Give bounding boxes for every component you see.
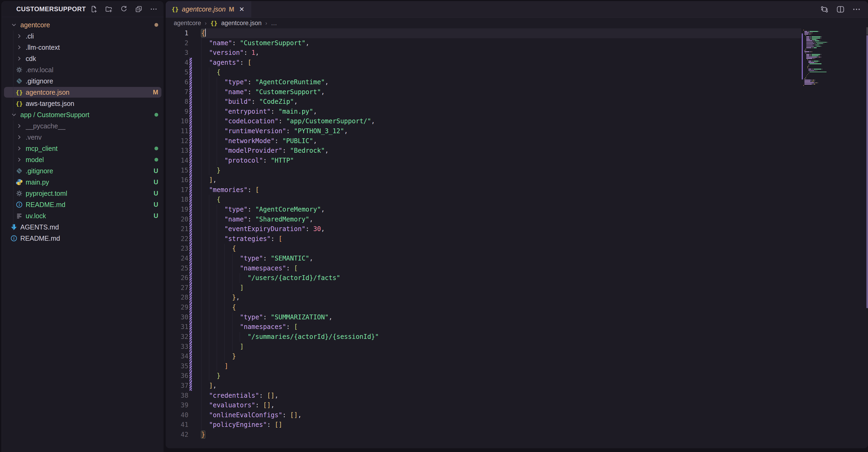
tree-item--gitignore[interactable]: .gitignore (2, 76, 163, 87)
code-line-42[interactable]: 42} (166, 430, 801, 440)
tree-item-uv-lock[interactable]: uv.lockU (2, 210, 163, 222)
new-file-icon[interactable] (89, 4, 98, 13)
chevron-right[interactable] (15, 156, 23, 164)
code-line-39[interactable]: 39"evaluators": [], (166, 400, 801, 410)
chevron-right[interactable] (15, 133, 23, 141)
code-line-40[interactable]: 40"onlineEvalConfigs": [], (166, 410, 801, 420)
token: [] (267, 392, 275, 399)
minimap[interactable] (803, 29, 864, 86)
tab-agentcore-json[interactable]: {} agentcore.json M ✕ (166, 1, 251, 18)
tree-item-readme-md[interactable]: README.md (2, 233, 163, 244)
code-line-17[interactable]: 17"memories": [ (166, 185, 801, 195)
code-line-24[interactable]: 24"type": "SEMANTIC", (166, 254, 801, 263)
tree-item-mcp-client[interactable]: mcp_client (2, 143, 163, 154)
tree-item-agents-md[interactable]: AGENTS.md (2, 222, 163, 233)
tree-item--llm-context[interactable]: .llm-context (2, 42, 163, 53)
code-line-22[interactable]: 22"strategies": [ (166, 234, 801, 244)
code-line-15[interactable]: 15} (166, 166, 801, 175)
tree-item-app-customersupport[interactable]: app / CustomerSupport (2, 109, 163, 120)
tree-item--pycache-[interactable]: __pycache__ (2, 120, 163, 132)
chevron-right[interactable] (15, 122, 23, 130)
code-line-25[interactable]: 25"namespaces": [ (166, 263, 801, 273)
code-line-41[interactable]: 41"policyEngines": [] (166, 420, 801, 430)
overview-ruler[interactable] (866, 27, 868, 448)
more-icon[interactable] (149, 4, 158, 13)
new-folder-icon[interactable] (104, 4, 113, 13)
gutter-modified-indicator (189, 166, 192, 175)
code-line-35[interactable]: 35] (166, 361, 801, 371)
code-line-37[interactable]: 37], (166, 381, 801, 391)
explorer-sidebar: CUSTOMERSUPPORT agentcore.cli.llm-contex… (2, 1, 163, 452)
collapse-all-icon[interactable] (134, 4, 143, 13)
tree-item-main-py[interactable]: main.pyU (2, 176, 163, 188)
more-icon[interactable] (852, 5, 861, 14)
code-line-11[interactable]: 11"runtimeVersion": "PYTHON_3_12", (166, 126, 801, 136)
chevron-right[interactable] (15, 55, 23, 63)
code-line-6[interactable]: 6"type": "AgentCoreRuntime", (166, 77, 801, 87)
open-changes-icon[interactable] (820, 5, 829, 14)
code-line-2[interactable]: 2"name": "CustomerSupport", (166, 38, 801, 48)
code-line-12[interactable]: 12"networkMode": "PUBLIC", (166, 136, 801, 146)
split-editor-icon[interactable] (836, 5, 845, 14)
code-line-32[interactable]: 32"/summaries/{actorId}/{sessionId}" (166, 332, 801, 342)
tree-item--venv[interactable]: .venv (2, 132, 163, 143)
code-line-23[interactable]: 23{ (166, 244, 801, 254)
tree-item--gitignore[interactable]: .gitignoreU (2, 165, 163, 176)
chevron-right[interactable] (15, 43, 23, 51)
scrollbar-thumb[interactable] (866, 27, 868, 35)
code-line-27[interactable]: 27] (166, 283, 801, 293)
chevron-right[interactable] (15, 144, 23, 152)
tree-item-agentcore-json[interactable]: {}agentcore.jsonM (2, 87, 163, 98)
code-line-10[interactable]: 10"codeLocation": "app/CustomerSupport/"… (166, 116, 801, 126)
token: [ (247, 59, 251, 66)
tab-close-icon[interactable]: ✕ (239, 6, 245, 13)
chevron-right[interactable] (15, 32, 23, 40)
code-line-19[interactable]: 19"type": "AgentCoreMemory", (166, 205, 801, 215)
token: : (247, 78, 255, 86)
tree-item-label: .env.local (26, 66, 158, 74)
breadcrumb-item[interactable]: … (271, 20, 277, 27)
code-line-18[interactable]: 18{ (166, 195, 801, 205)
code-line-36[interactable]: 36} (166, 371, 801, 381)
tree-item--cli[interactable]: .cli (2, 30, 163, 42)
token: } (232, 294, 236, 301)
code-line-38[interactable]: 38"credentials": [], (166, 391, 801, 401)
code-line-1[interactable]: 1{ (166, 28, 801, 38)
code-line-31[interactable]: 31"namespaces": [ (166, 322, 801, 332)
token: "SUMMARIZATION" (271, 313, 329, 321)
tree-item-model[interactable]: model (2, 154, 163, 165)
code-line-28[interactable]: 28}, (166, 292, 801, 303)
chevron-down[interactable] (10, 111, 18, 119)
tree-item-aws-targets-json[interactable]: {}aws-targets.json (2, 98, 163, 109)
code-line-33[interactable]: 33] (166, 342, 801, 352)
code-line-34[interactable]: 34} (166, 351, 801, 361)
code-line-29[interactable]: 29{ (166, 303, 801, 312)
line-content: "credentials": [], (201, 391, 278, 401)
code-line-30[interactable]: 30"type": "SUMMARIZATION", (166, 312, 801, 322)
code-line-8[interactable]: 8"build": "CodeZip", (166, 97, 801, 107)
code-line-16[interactable]: 16], (166, 175, 801, 185)
chevron-down[interactable] (10, 21, 18, 29)
tree-item-pyproject-toml[interactable]: pyproject.tomlU (2, 188, 163, 199)
breadcrumb-item[interactable]: agentcore.json (221, 20, 261, 27)
code-line-4[interactable]: 4"agents": [ (166, 58, 801, 68)
code-line-5[interactable]: 5{ (166, 67, 801, 77)
refresh-icon[interactable] (119, 4, 128, 13)
code-line-3[interactable]: 3"version": 1, (166, 48, 801, 58)
line-content: "type": "SEMANTIC", (201, 254, 313, 263)
code-line-13[interactable]: 13"modelProvider": "Bedrock", (166, 146, 801, 156)
tree-item-agentcore[interactable]: agentcore (2, 19, 163, 30)
code-line-9[interactable]: 9"entrypoint": "main.py", (166, 107, 801, 117)
gutter-modified-indicator (189, 283, 192, 293)
code-line-7[interactable]: 7"name": "CustomerSupport", (166, 87, 801, 97)
code-line-20[interactable]: 20"name": "SharedMemory", (166, 215, 801, 224)
code-line-26[interactable]: 26"/users/{actorId}/facts" (166, 273, 801, 283)
tree-item-label: __pycache__ (26, 122, 158, 130)
code-line-21[interactable]: 21"eventExpiryDuration": 30, (166, 224, 801, 234)
tree-item-cdk[interactable]: cdk (2, 53, 163, 64)
code-editor[interactable]: 1{2"name": "CustomerSupport",3"version":… (166, 28, 801, 448)
tree-item--env-local[interactable]: .env.local (2, 64, 163, 76)
breadcrumb-item[interactable]: agentcore (174, 20, 201, 27)
code-line-14[interactable]: 14"protocol": "HTTP" (166, 156, 801, 166)
tree-item-readme-md[interactable]: README.mdU (2, 199, 163, 210)
